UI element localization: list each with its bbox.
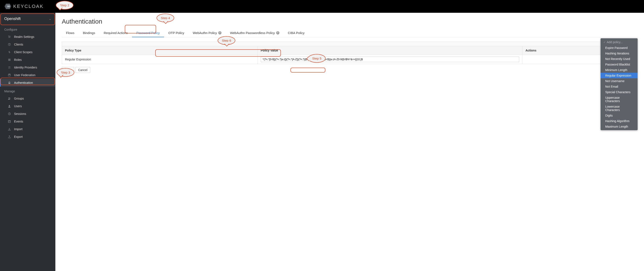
keycloak-logo-icon	[4, 3, 12, 10]
clock-icon	[8, 112, 11, 115]
dropdown-item-not-email[interactable]: Not Email	[600, 84, 638, 89]
dropdown-item-special-characters[interactable]: Special Characters	[600, 89, 638, 95]
sidebar-item-sessions[interactable]: Sessions	[0, 110, 55, 118]
tab-required-actions[interactable]: Required Actions	[100, 29, 132, 37]
save-button[interactable]: Save	[62, 67, 74, 73]
realm-name: Openshift	[4, 16, 21, 21]
dropdown-item-digits[interactable]: Digits	[600, 113, 638, 118]
sidebar-item-label: Users	[14, 104, 22, 108]
help-icon[interactable]: ?	[276, 31, 280, 34]
dropdown-item-hashing-algorithm[interactable]: Hashing Algorithm	[600, 118, 638, 124]
policy-table: Policy Type Policy Value Actions Regular…	[62, 42, 638, 64]
svg-rect-10	[8, 59, 11, 60]
sidebar-item-label: Identity Providers	[14, 66, 37, 69]
sidebar-item-label: Groups	[14, 97, 24, 100]
sidebar-item-client-scopes[interactable]: Client Scopes	[0, 48, 55, 56]
dropdown-item-regular-expression[interactable]: Regular Expression	[600, 73, 638, 78]
tab-password-policy[interactable]: Password Policy	[132, 29, 164, 37]
tab-ciba-policy[interactable]: CIBA Policy	[284, 29, 309, 37]
sidebar-item-realm-settings[interactable]: Realm Settings	[0, 33, 55, 41]
tab-flows[interactable]: Flows	[62, 29, 78, 37]
sidebar-item-users[interactable]: Users	[0, 102, 55, 110]
sidebar-item-label: Events	[14, 120, 23, 123]
sidebar-item-label: Authentication	[14, 81, 33, 84]
sidebar-item-label: Clients	[14, 43, 23, 46]
sidebar-item-identity-providers[interactable]: Identity Providers	[0, 64, 55, 71]
user-icon	[8, 104, 11, 108]
sidebar-item-groups[interactable]: Groups	[0, 95, 55, 102]
sidebar: Openshift ⌄ ConfigureRealm SettingsClien…	[0, 13, 55, 271]
sidebar-item-events[interactable]: Events	[0, 118, 55, 125]
tabs: FlowsBindingsRequired ActionsPassword Po…	[62, 29, 638, 37]
svg-point-14	[8, 97, 9, 98]
cancel-button[interactable]: Cancel	[76, 67, 90, 73]
lock-icon	[8, 81, 11, 84]
policy-type-cell: Regular Expression	[62, 55, 258, 64]
sidebar-item-label: Roles	[14, 58, 22, 61]
cube-icon	[8, 43, 11, 46]
dropdown-item-hashing-iterations[interactable]: Hashing Iterations	[600, 51, 638, 56]
sidebar-item-clients[interactable]: Clients	[0, 41, 55, 48]
top-bar: KEYCLOAK	[0, 0, 644, 13]
sidebar-item-label: User Federation	[14, 73, 35, 77]
exchange-icon	[8, 66, 11, 69]
check-icon: ✓	[604, 41, 606, 44]
table-row: Regular Expression	[62, 55, 638, 64]
dropdown-item-not-username[interactable]: Not Username	[600, 78, 638, 84]
sidebar-item-export[interactable]: Export	[0, 133, 55, 141]
svg-rect-13	[8, 82, 10, 84]
dropdown-item-uppercase-characters[interactable]: Uppercase Characters	[600, 95, 638, 104]
tab-bindings[interactable]: Bindings	[78, 29, 100, 37]
tab-webauthn-passwordless-policy[interactable]: WebAuthn Passwordless Policy?	[226, 29, 284, 37]
svg-rect-9	[8, 59, 11, 59]
add-policy-dropdown[interactable]: ✓ Add policy... Expire PasswordHashing I…	[600, 38, 638, 130]
svg-point-6	[8, 36, 9, 36]
sidebar-item-authentication[interactable]: Authentication	[0, 79, 55, 87]
page-title: Authentication	[62, 18, 638, 25]
sidebar-item-label: Import	[14, 127, 22, 131]
col-header-type: Policy Type	[62, 46, 258, 55]
sidebar-item-roles[interactable]: Roles	[0, 56, 55, 64]
svg-point-15	[10, 98, 10, 99]
dropdown-item-password-blacklist[interactable]: Password Blacklist	[600, 62, 638, 67]
col-header-value: Policy Value	[258, 46, 522, 55]
main-content: Authentication FlowsBindingsRequired Act…	[55, 13, 644, 271]
dropdown-item-expire-password[interactable]: Expire Password	[600, 45, 638, 51]
svg-rect-18	[8, 121, 11, 123]
brand-text: KEYCLOAK	[13, 3, 44, 9]
section-header: Configure	[0, 25, 55, 33]
link-icon	[8, 50, 11, 54]
sidebar-item-label: Realm Settings	[14, 35, 34, 38]
sidebar-sections: ConfigureRealm SettingsClientsClient Sco…	[0, 25, 55, 141]
policy-value-input[interactable]	[261, 57, 519, 62]
dropdown-item-not-recently-used[interactable]: Not Recently Used	[600, 56, 638, 62]
tab-webauthn-policy[interactable]: WebAuthn Policy?	[188, 29, 226, 37]
svg-point-16	[9, 105, 10, 106]
svg-point-8	[9, 37, 10, 38]
sidebar-item-import[interactable]: Import	[0, 125, 55, 133]
svg-point-12	[8, 74, 11, 75]
svg-rect-11	[8, 60, 11, 61]
chevron-down-icon: ⌄	[49, 17, 51, 20]
sidebar-item-label: Client Scopes	[14, 50, 32, 54]
tab-otp-policy[interactable]: OTP Policy	[164, 29, 188, 37]
list-icon	[8, 58, 11, 61]
sidebar-item-label: Export	[14, 135, 22, 138]
users-icon	[8, 97, 11, 100]
dropdown-item-minimum-length[interactable]: Minimum Length	[600, 67, 638, 73]
help-icon[interactable]: ?	[218, 31, 222, 34]
sliders-icon	[8, 35, 11, 38]
dropdown-item-lowercase-characters[interactable]: Lowercase Characters	[600, 104, 638, 113]
database-icon	[8, 73, 11, 77]
section-header: Manage	[0, 87, 55, 95]
sidebar-item-user-federation[interactable]: User Federation	[0, 71, 55, 79]
button-row: Save Cancel	[62, 67, 638, 73]
calendar-icon	[8, 120, 11, 123]
dropdown-item-maximum-length[interactable]: Maximum Length	[600, 124, 638, 129]
svg-point-7	[10, 36, 10, 37]
import-icon	[8, 127, 11, 131]
logo: KEYCLOAK	[4, 3, 44, 10]
policy-value-cell	[258, 55, 522, 64]
realm-selector[interactable]: Openshift ⌄	[0, 13, 55, 25]
dropdown-header: ✓ Add policy...	[600, 39, 638, 45]
